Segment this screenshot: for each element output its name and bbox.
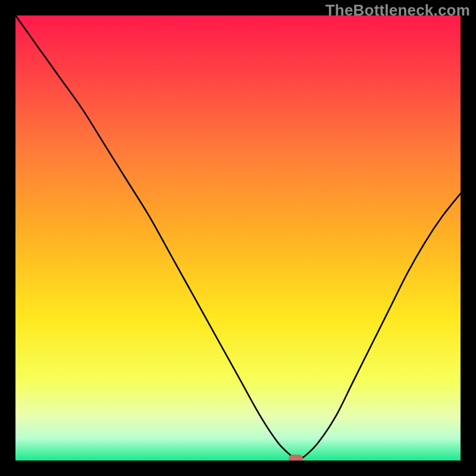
optimal-point-marker: [289, 455, 303, 461]
gradient-background: [15, 15, 461, 461]
bottleneck-chart: [15, 15, 461, 461]
chart-container: TheBottleneck.com: [0, 0, 476, 476]
